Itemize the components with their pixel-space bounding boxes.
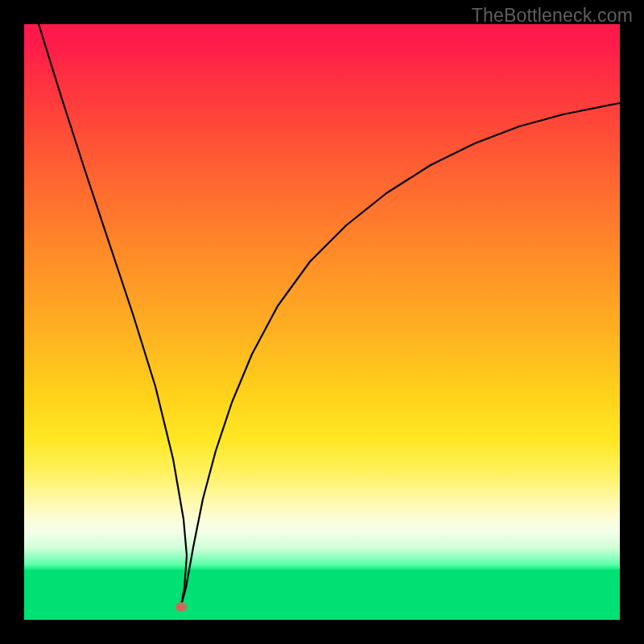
curve-left-branch xyxy=(39,24,187,605)
minimum-marker xyxy=(175,602,187,612)
watermark-text: TheBottleneck.com xyxy=(472,5,633,27)
curve-plot xyxy=(24,24,620,620)
chart-frame: TheBottleneck.com xyxy=(0,0,644,644)
plot-area xyxy=(24,24,620,620)
curve-right-branch xyxy=(181,103,620,605)
